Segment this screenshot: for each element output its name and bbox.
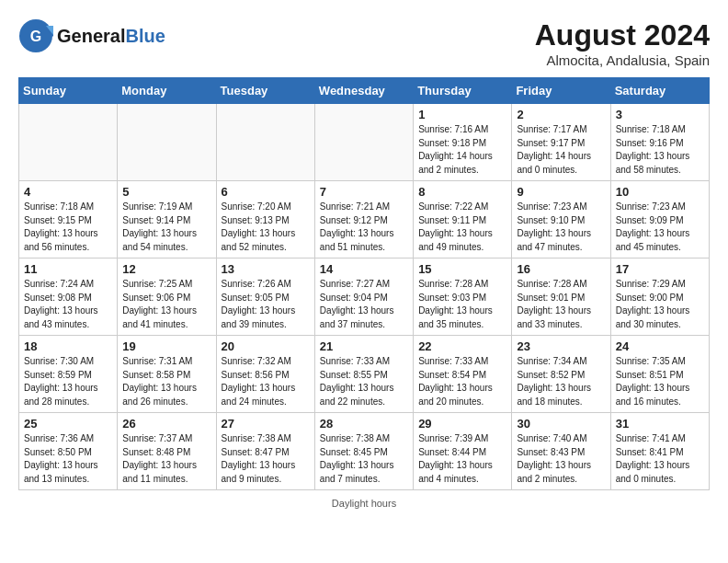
calendar-day-cell: 23Sunrise: 7:34 AM Sunset: 8:52 PM Dayli… <box>512 336 610 413</box>
calendar-day-cell: 3Sunrise: 7:18 AM Sunset: 9:16 PM Daylig… <box>610 104 709 181</box>
day-info: Sunrise: 7:19 AM Sunset: 9:14 PM Dayligh… <box>122 201 210 254</box>
calendar-day-cell: 15Sunrise: 7:28 AM Sunset: 9:03 PM Dayli… <box>414 259 512 336</box>
logo-blue: Blue <box>125 26 165 46</box>
calendar-day-cell: 30Sunrise: 7:40 AM Sunset: 8:43 PM Dayli… <box>512 413 610 490</box>
day-info: Sunrise: 7:22 AM Sunset: 9:11 PM Dayligh… <box>418 201 506 254</box>
day-number: 24 <box>616 339 704 353</box>
logo-general: General <box>57 26 125 46</box>
day-number: 22 <box>418 339 506 353</box>
calendar-day-cell: 22Sunrise: 7:33 AM Sunset: 8:54 PM Dayli… <box>414 336 512 413</box>
day-number: 9 <box>517 185 605 199</box>
calendar-day-header: Monday <box>118 78 216 104</box>
day-info: Sunrise: 7:27 AM Sunset: 9:04 PM Dayligh… <box>320 278 408 331</box>
calendar-day-header: Wednesday <box>314 78 413 104</box>
calendar-day-header: Friday <box>512 78 610 104</box>
calendar-day-cell: 10Sunrise: 7:23 AM Sunset: 9:09 PM Dayli… <box>610 181 709 259</box>
calendar-day-cell: 20Sunrise: 7:32 AM Sunset: 8:56 PM Dayli… <box>216 336 314 413</box>
day-number: 12 <box>122 262 210 276</box>
day-number: 29 <box>418 417 506 431</box>
day-info: Sunrise: 7:39 AM Sunset: 8:44 PM Dayligh… <box>418 432 506 486</box>
day-info: Sunrise: 7:26 AM Sunset: 9:05 PM Dayligh… <box>222 278 310 331</box>
day-info: Sunrise: 7:21 AM Sunset: 9:12 PM Dayligh… <box>320 201 408 254</box>
day-number: 23 <box>517 339 605 353</box>
day-number: 8 <box>418 185 506 199</box>
calendar-day-cell: 2Sunrise: 7:17 AM Sunset: 9:17 PM Daylig… <box>512 104 610 181</box>
calendar-day-cell: 16Sunrise: 7:28 AM Sunset: 9:01 PM Dayli… <box>512 259 610 336</box>
calendar-day-cell: 18Sunrise: 7:30 AM Sunset: 8:59 PM Dayli… <box>19 336 118 413</box>
day-info: Sunrise: 7:25 AM Sunset: 9:06 PM Dayligh… <box>122 278 210 331</box>
calendar-day-cell: 25Sunrise: 7:36 AM Sunset: 8:50 PM Dayli… <box>19 413 118 490</box>
calendar-day-cell: 11Sunrise: 7:24 AM Sunset: 9:08 PM Dayli… <box>19 259 118 336</box>
calendar-day-header: Sunday <box>19 78 118 104</box>
calendar-day-cell: 13Sunrise: 7:26 AM Sunset: 9:05 PM Dayli… <box>216 259 314 336</box>
calendar-week-row: 4Sunrise: 7:18 AM Sunset: 9:15 PM Daylig… <box>19 181 710 259</box>
day-number: 14 <box>320 262 408 276</box>
calendar-day-cell: 5Sunrise: 7:19 AM Sunset: 9:14 PM Daylig… <box>118 181 216 259</box>
calendar-week-row: 1Sunrise: 7:16 AM Sunset: 9:18 PM Daylig… <box>19 104 710 181</box>
day-info: Sunrise: 7:35 AM Sunset: 8:51 PM Dayligh… <box>616 355 704 408</box>
calendar-day-cell: 7Sunrise: 7:21 AM Sunset: 9:12 PM Daylig… <box>314 181 413 259</box>
day-number: 13 <box>222 262 310 276</box>
svg-text:G: G <box>30 29 41 44</box>
day-number: 1 <box>418 108 506 121</box>
day-number: 19 <box>122 339 210 353</box>
day-number: 28 <box>320 417 408 431</box>
day-number: 21 <box>320 339 408 353</box>
calendar-day-cell: 1Sunrise: 7:16 AM Sunset: 9:18 PM Daylig… <box>414 104 512 181</box>
day-info: Sunrise: 7:32 AM Sunset: 8:56 PM Dayligh… <box>222 355 310 408</box>
day-number: 6 <box>222 185 310 199</box>
calendar-day-cell: 21Sunrise: 7:33 AM Sunset: 8:55 PM Dayli… <box>314 336 413 413</box>
day-info: Sunrise: 7:31 AM Sunset: 8:58 PM Dayligh… <box>122 355 210 408</box>
calendar-day-cell: 14Sunrise: 7:27 AM Sunset: 9:04 PM Dayli… <box>314 259 413 336</box>
day-info: Sunrise: 7:28 AM Sunset: 9:01 PM Dayligh… <box>517 278 605 331</box>
day-info: Sunrise: 7:16 AM Sunset: 9:18 PM Dayligh… <box>418 123 506 177</box>
logo: G GeneralBlue <box>18 18 165 53</box>
calendar-day-cell <box>19 104 118 181</box>
day-info: Sunrise: 7:41 AM Sunset: 8:41 PM Dayligh… <box>616 432 704 486</box>
calendar-day-cell: 12Sunrise: 7:25 AM Sunset: 9:06 PM Dayli… <box>118 259 216 336</box>
day-info: Sunrise: 7:18 AM Sunset: 9:16 PM Dayligh… <box>616 123 704 177</box>
day-info: Sunrise: 7:28 AM Sunset: 9:03 PM Dayligh… <box>418 278 506 331</box>
day-number: 4 <box>24 185 112 199</box>
day-number: 25 <box>24 417 112 431</box>
day-number: 27 <box>222 417 310 431</box>
calendar-day-cell: 31Sunrise: 7:41 AM Sunset: 8:41 PM Dayli… <box>610 413 709 490</box>
day-number: 2 <box>517 108 605 121</box>
day-number: 15 <box>418 262 506 276</box>
day-info: Sunrise: 7:38 AM Sunset: 8:47 PM Dayligh… <box>222 432 310 486</box>
day-number: 26 <box>122 417 210 431</box>
calendar-week-row: 25Sunrise: 7:36 AM Sunset: 8:50 PM Dayli… <box>19 413 710 490</box>
calendar-day-cell: 27Sunrise: 7:38 AM Sunset: 8:47 PM Dayli… <box>216 413 314 490</box>
calendar-day-cell: 19Sunrise: 7:31 AM Sunset: 8:58 PM Dayli… <box>118 336 216 413</box>
day-number: 17 <box>616 262 704 276</box>
calendar-day-header: Thursday <box>414 78 512 104</box>
day-info: Sunrise: 7:33 AM Sunset: 8:54 PM Dayligh… <box>418 355 506 408</box>
day-number: 18 <box>24 339 112 353</box>
day-number: 3 <box>616 108 704 121</box>
calendar-week-row: 18Sunrise: 7:30 AM Sunset: 8:59 PM Dayli… <box>19 336 710 413</box>
location: Almocita, Andalusia, Spain <box>535 52 710 68</box>
day-number: 31 <box>616 417 704 431</box>
calendar-day-cell: 24Sunrise: 7:35 AM Sunset: 8:51 PM Dayli… <box>610 336 709 413</box>
day-info: Sunrise: 7:30 AM Sunset: 8:59 PM Dayligh… <box>24 355 112 408</box>
calendar-day-cell: 28Sunrise: 7:38 AM Sunset: 8:45 PM Dayli… <box>314 413 413 490</box>
day-info: Sunrise: 7:34 AM Sunset: 8:52 PM Dayligh… <box>517 355 605 408</box>
day-number: 16 <box>517 262 605 276</box>
calendar-day-cell <box>314 104 413 181</box>
calendar-day-cell <box>216 104 314 181</box>
calendar-day-header: Saturday <box>610 78 709 104</box>
calendar-day-header: Tuesday <box>216 78 314 104</box>
day-number: 5 <box>122 185 210 199</box>
calendar-day-cell: 4Sunrise: 7:18 AM Sunset: 9:15 PM Daylig… <box>19 181 118 259</box>
day-info: Sunrise: 7:38 AM Sunset: 8:45 PM Dayligh… <box>320 432 408 486</box>
day-info: Sunrise: 7:23 AM Sunset: 9:10 PM Dayligh… <box>517 201 605 254</box>
footer-note: Daylight hours <box>18 498 710 509</box>
title-block: August 2024 Almocita, Andalusia, Spain <box>535 18 710 68</box>
calendar-day-cell <box>118 104 216 181</box>
day-info: Sunrise: 7:17 AM Sunset: 9:17 PM Dayligh… <box>517 123 605 177</box>
day-info: Sunrise: 7:18 AM Sunset: 9:15 PM Dayligh… <box>24 201 112 254</box>
day-info: Sunrise: 7:20 AM Sunset: 9:13 PM Dayligh… <box>222 201 310 254</box>
day-number: 30 <box>517 417 605 431</box>
day-info: Sunrise: 7:33 AM Sunset: 8:55 PM Dayligh… <box>320 355 408 408</box>
day-info: Sunrise: 7:37 AM Sunset: 8:48 PM Dayligh… <box>122 432 210 486</box>
